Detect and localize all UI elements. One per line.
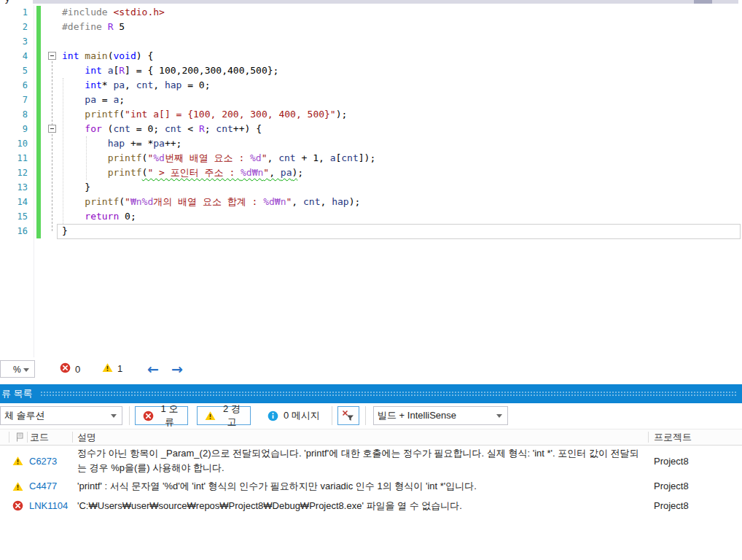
code-line-11[interactable]: 11 printf("%d번째 배열 요소 : %d", cnt + 1, a[… xyxy=(0,151,742,166)
navigate-back-icon[interactable]: ← xyxy=(147,359,159,379)
chevron-down-icon xyxy=(496,414,502,418)
code-line-1[interactable]: 1#include <stdio.h> xyxy=(0,5,742,20)
code-line-3[interactable]: 3 xyxy=(0,34,742,49)
zoom-level-dropdown[interactable]: % xyxy=(0,360,35,378)
column-header-description[interactable]: 설명 xyxy=(77,429,96,445)
error-icon xyxy=(143,411,154,421)
error-icon xyxy=(0,500,29,511)
info-icon xyxy=(267,411,278,421)
error-project: Project8 xyxy=(648,500,734,511)
build-intellisense-dropdown[interactable]: 빌드 + IntelliSense xyxy=(373,406,508,425)
line-number: 16 xyxy=(0,224,28,238)
visual-studio-window: y 1#include <stdio.h>2#define R 534int m… xyxy=(0,0,742,560)
line-number: 2 xyxy=(0,20,28,34)
error-code-link[interactable]: C6273 xyxy=(29,456,77,467)
errors-filter-button[interactable]: 1 오류 xyxy=(135,406,188,425)
line-number: 1 xyxy=(0,5,28,20)
error-list-rows: C6273정수가 아닌 항목이 _Param_(2)으로 전달되었습니다. 'p… xyxy=(0,446,742,516)
code-line-2[interactable]: 2#define R 5 xyxy=(0,20,742,34)
error-project: Project8 xyxy=(648,481,734,491)
code-line-4[interactable]: 4int main(void) { xyxy=(0,49,742,63)
column-header-project[interactable]: 프로젝트 xyxy=(654,429,692,445)
toolbar-separator xyxy=(129,406,130,425)
error-icon xyxy=(60,362,71,376)
line-number: 6 xyxy=(0,78,28,93)
warnings-filter-label: 2 경고 xyxy=(221,402,243,429)
scrollbar-thumb[interactable] xyxy=(694,0,712,4)
clear-filter-icon xyxy=(342,410,354,421)
editor-status-bar: % 0 1 ← → xyxy=(0,359,742,379)
code-line-6[interactable]: 6 int* pa, cnt, hap = 0; xyxy=(0,78,742,93)
code-line-15[interactable]: 15 return 0; xyxy=(0,209,742,224)
code-line-13[interactable]: 13 } xyxy=(0,180,742,195)
build-intellisense-value: 빌드 + IntelliSense xyxy=(378,410,456,421)
nav-bar-remnant: y xyxy=(5,0,27,4)
toolbar-separator xyxy=(332,406,332,425)
horizontal-scrollbar[interactable] xyxy=(33,0,738,4)
error-list-row[interactable]: LNK1104'C:₩Users₩user₩source₩repos₩Proje… xyxy=(0,496,742,516)
line-number: 3 xyxy=(0,34,28,49)
code-line-5[interactable]: 5 int a[R] = { 100,200,300,400,500}; xyxy=(0,63,742,78)
error-description: 'printf' : 서식 문자열 '%d'에 'int' 형식의 인수가 필요… xyxy=(77,479,648,494)
code-line-14[interactable]: 14 printf("₩n%d개의 배열 요소 합계 : %d₩n", cnt,… xyxy=(0,195,742,209)
line-number: 9 xyxy=(0,122,28,136)
document-errors-indicator[interactable]: 0 xyxy=(60,362,80,376)
line-number: 4 xyxy=(0,49,28,63)
navigate-forward-icon[interactable]: → xyxy=(171,359,183,379)
error-description: 정수가 아닌 항목이 _Param_(2)으로 전달되었습니다. 'printf… xyxy=(77,446,648,475)
messages-filter-button[interactable]: 0 메시지 xyxy=(259,406,334,425)
code-line-9[interactable]: 9 for (cnt = 0; cnt < R; cnt++) { xyxy=(0,122,742,136)
line-number: 15 xyxy=(0,209,28,224)
error-code-link[interactable]: C4477 xyxy=(29,481,77,491)
panel-title: 류 목록 xyxy=(1,384,33,403)
toolbar-separator xyxy=(365,406,366,425)
chevron-down-icon xyxy=(23,368,29,372)
line-number: 14 xyxy=(0,195,28,209)
line-number: 10 xyxy=(0,136,28,151)
fold-collapse-toggle[interactable] xyxy=(48,52,56,60)
error-list-header: 코드 설명 프로젝트 xyxy=(0,429,742,446)
fold-collapse-toggle[interactable] xyxy=(48,125,56,133)
line-number: 5 xyxy=(0,63,28,78)
code-line-16[interactable]: 16} xyxy=(0,224,742,238)
line-number: 11 xyxy=(0,151,28,166)
warning-icon xyxy=(0,481,29,491)
document-warnings-indicator[interactable]: 1 xyxy=(102,362,122,375)
error-list-toolbar: 체 솔루션 1 오류 2 경고 0 메시지 빌드 + IntelliSense xyxy=(0,403,742,429)
error-count: 0 xyxy=(75,364,80,375)
warning-icon xyxy=(205,411,216,421)
warnings-filter-button[interactable]: 2 경고 xyxy=(197,406,251,425)
column-header-code[interactable]: 코드 xyxy=(30,429,49,445)
code-line-7[interactable]: 7 pa = a; xyxy=(0,93,742,107)
line-number: 12 xyxy=(0,166,28,180)
zoom-level-label: % xyxy=(13,365,21,375)
chevron-down-icon xyxy=(111,414,117,418)
error-project: Project8 xyxy=(648,456,734,467)
code-line-8[interactable]: 8 printf("int a[] = {100, 200, 300, 400,… xyxy=(0,107,742,122)
code-line-12[interactable]: 12 printf(" > 포인터 주소 : %d₩n", pa); xyxy=(0,166,742,180)
messages-filter-label: 0 메시지 xyxy=(284,409,320,422)
warning-icon xyxy=(0,456,29,466)
drag-handle[interactable] xyxy=(40,391,738,397)
line-number: 7 xyxy=(0,93,28,107)
warning-count: 1 xyxy=(117,363,122,374)
error-list-row[interactable]: C6273정수가 아닌 항목이 _Param_(2)으로 전달되었습니다. 'p… xyxy=(0,446,742,476)
line-number: 13 xyxy=(0,180,28,195)
clear-filter-button[interactable] xyxy=(337,406,359,425)
code-line-10[interactable]: 10 hap += *pa++; xyxy=(0,136,742,151)
code-lines[interactable]: 1#include <stdio.h>2#define R 534int mai… xyxy=(0,5,742,238)
error-code-link[interactable]: LNK1104 xyxy=(29,500,77,511)
scope-dropdown[interactable]: 체 솔루션 xyxy=(0,406,122,425)
errors-filter-label: 1 오류 xyxy=(159,402,180,429)
scope-dropdown-value: 체 솔루션 xyxy=(4,410,45,421)
severity-column-icon[interactable] xyxy=(16,432,23,444)
error-list-titlebar[interactable]: 류 목록 xyxy=(0,384,742,403)
error-description: 'C:₩Users₩user₩source₩repos₩Project8₩Deb… xyxy=(77,499,648,513)
line-number: 8 xyxy=(0,107,28,122)
error-list-row[interactable]: C4477'printf' : 서식 문자열 '%d'에 'int' 형식의 인… xyxy=(0,476,742,496)
warning-icon xyxy=(102,362,113,375)
